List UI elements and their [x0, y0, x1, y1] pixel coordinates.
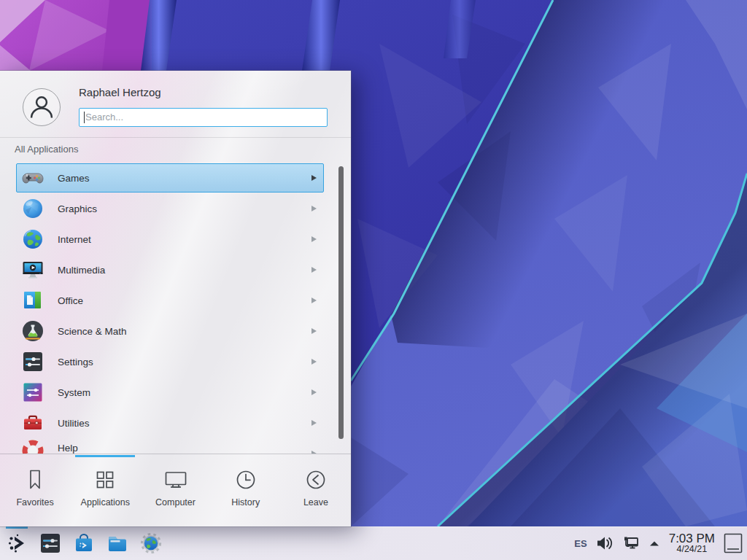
category-row-graphics[interactable]: Graphics [0, 193, 351, 224]
sliders-color-icon [21, 381, 44, 404]
category-row-games[interactable]: Games [0, 163, 351, 193]
user-avatar-icon[interactable] [23, 88, 61, 126]
section-label: All Applications [15, 144, 78, 155]
submenu-arrow-icon [311, 175, 317, 181]
system-tray: ES 7:03 PM 4/24/2 [574, 532, 747, 555]
network-wired-icon[interactable] [622, 534, 640, 552]
tab-label: Computer [155, 497, 196, 508]
submenu-arrow-icon [311, 420, 317, 426]
submenu-arrow-icon [311, 328, 317, 334]
leave-icon [303, 467, 329, 493]
category-label: Games [58, 173, 90, 184]
category-list: Games Graphics [0, 163, 351, 454]
category-row-science[interactable]: Science & Math [0, 316, 351, 346]
search-placeholder: Search... [85, 112, 123, 122]
tab-applications[interactable]: Applications [70, 454, 140, 526]
category-row-system[interactable]: System [0, 377, 351, 408]
lifebuoy-icon [21, 436, 44, 454]
app-store-bag-icon [72, 532, 96, 555]
tab-label: Favorites [16, 497, 53, 508]
tab-computer[interactable]: Computer [140, 454, 210, 526]
category-label: Science & Math [58, 326, 127, 337]
category-label: Settings [58, 357, 93, 368]
tab-history[interactable]: History [211, 454, 281, 526]
category-row-settings[interactable]: Settings [0, 346, 351, 377]
settings-dark-icon [39, 532, 62, 555]
category-row-multimedia[interactable]: Multimedia [0, 254, 351, 285]
discover-store-button[interactable] [70, 526, 98, 560]
category-label: Internet [58, 234, 91, 245]
computer-icon [163, 467, 189, 493]
submenu-arrow-icon [311, 298, 317, 303]
category-row-help[interactable]: Help [0, 438, 351, 454]
launcher-tabbar: Favorites Applications Computer [0, 454, 351, 526]
category-label: Utilities [58, 418, 90, 429]
bookmark-icon [22, 467, 48, 493]
taskbar-launchers [0, 526, 165, 560]
digital-clock[interactable]: 7:03 PM 4/24/21 [669, 532, 715, 555]
kali-menu-button[interactable] [3, 526, 31, 560]
flask-icon [21, 319, 44, 343]
file-manager-button[interactable] [104, 526, 131, 560]
text-caret [84, 112, 85, 123]
tab-label: Applications [81, 497, 130, 508]
search-input[interactable]: Search... [79, 108, 328, 127]
kali-dragon-icon [5, 532, 28, 555]
tray-expander-caret-icon[interactable] [649, 540, 660, 547]
toolbox-icon [21, 411, 44, 435]
category-row-internet[interactable]: Internet [0, 224, 351, 254]
folder-icon [106, 532, 129, 555]
system-settings-button[interactable] [36, 526, 64, 560]
tab-favorites[interactable]: Favorites [0, 454, 70, 526]
volume-icon[interactable] [596, 534, 614, 552]
category-row-utilities[interactable]: Utilities [0, 408, 351, 438]
tab-label: Leave [303, 497, 328, 508]
gamepad-icon [21, 166, 44, 190]
taskbar: ES 7:03 PM 4/24/2 [0, 526, 747, 560]
sphere-icon [21, 197, 44, 220]
sliders-dark-icon [21, 350, 44, 373]
category-row-office[interactable]: Office [0, 285, 351, 316]
category-label: Help [58, 443, 78, 454]
submenu-arrow-icon [311, 236, 317, 242]
category-label: Graphics [58, 203, 97, 214]
tab-leave[interactable]: Leave [281, 454, 351, 526]
category-label: System [58, 387, 90, 398]
submenu-arrow-icon [311, 359, 317, 365]
clock-icon [233, 467, 259, 493]
keyboard-layout-indicator[interactable]: ES [574, 538, 587, 549]
clock-date: 4/24/21 [669, 545, 715, 554]
submenu-arrow-icon [311, 206, 317, 211]
submenu-arrow-icon [311, 389, 317, 395]
clock-time: 7:03 PM [669, 532, 715, 545]
category-label: Office [58, 295, 83, 306]
monitor-play-icon [21, 258, 44, 281]
documents-icon [21, 289, 44, 312]
scrollbar-thumb[interactable] [338, 166, 344, 439]
tab-label: History [231, 497, 260, 508]
user-name: Raphael Hertzog [79, 86, 161, 98]
category-label: Multimedia [58, 265, 105, 276]
show-desktop-button[interactable] [724, 533, 743, 553]
globe-gear-icon [139, 532, 163, 555]
application-launcher-menu: Raphael Hertzog Search... All Applicatio… [0, 71, 351, 526]
globe-icon [21, 228, 44, 251]
submenu-arrow-icon [311, 267, 317, 273]
launcher-header: Raphael Hertzog Search... [0, 71, 351, 138]
grid-icon [92, 467, 118, 493]
web-browser-button[interactable] [137, 526, 165, 560]
